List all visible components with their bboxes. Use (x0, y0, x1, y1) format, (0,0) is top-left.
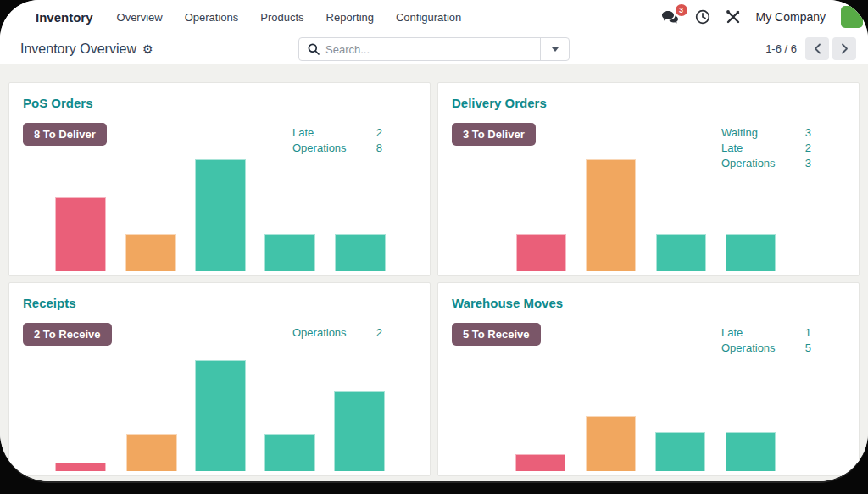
stat-label: Late (721, 141, 743, 156)
card-stats: Late1Operations5 (721, 325, 811, 356)
gear-icon[interactable]: ⚙ (142, 43, 153, 55)
stat-value: 3 (805, 125, 811, 141)
chart-bar-teal (264, 434, 315, 471)
user-avatar[interactable] (841, 6, 863, 28)
card-pos-orders[interactable]: PoS Orders 8 To Deliver Late2Operations8 (8, 82, 431, 276)
breadcrumb: Inventory Overview ⚙ (20, 42, 153, 57)
stat-late[interactable]: Late2 (721, 141, 811, 156)
systray: 3 (661, 6, 860, 28)
stat-value: 8 (376, 141, 382, 156)
search-bar (298, 37, 570, 61)
app-switcher-inventory[interactable]: Inventory (36, 10, 93, 25)
stat-label: Operations (292, 325, 347, 341)
clock-icon (695, 9, 710, 25)
stat-value: 2 (376, 325, 382, 341)
bar-chart (438, 83, 859, 271)
stat-label: Late (721, 325, 743, 341)
nav-item-configuration[interactable]: Configuration (396, 11, 461, 24)
nav-item-reporting[interactable]: Reporting (326, 11, 374, 24)
stat-late[interactable]: Late1 (721, 325, 811, 341)
card-title[interactable]: Warehouse Moves (452, 296, 845, 310)
stat-value: 2 (376, 125, 382, 141)
nav-item-operations[interactable]: Operations (185, 11, 239, 24)
prev-page-button[interactable] (805, 37, 829, 60)
card-stats: Late2Operations8 (292, 125, 382, 156)
stat-operations[interactable]: Operations2 (292, 325, 382, 341)
chart-bar-pink (515, 454, 565, 471)
chart-bar-pink (55, 197, 106, 271)
pager: 1-6 / 6 (765, 37, 856, 60)
chart-bar-orange (586, 416, 636, 471)
messages-count-badge: 3 (676, 4, 687, 16)
chart-bar-orange (126, 434, 177, 471)
tools-icon (726, 9, 741, 25)
card-title[interactable]: PoS Orders (23, 96, 416, 110)
stat-value: 1 (805, 325, 811, 341)
stat-label: Operations (292, 141, 347, 156)
tools-button[interactable] (726, 9, 741, 25)
stat-value: 2 (805, 141, 811, 156)
page-title: Inventory Overview (20, 42, 136, 57)
stat-label: Waiting (721, 125, 758, 141)
search-input[interactable] (326, 43, 540, 56)
top-navbar: Inventory OverviewOperationsProductsRepo… (0, 0, 868, 34)
app-window: Inventory OverviewOperationsProductsRepo… (0, 0, 868, 481)
control-panel: Inventory Overview ⚙ 1-6 / 6 (0, 34, 868, 64)
card-warehouse-moves[interactable]: Warehouse Moves 5 To Receive Late1Operat… (437, 282, 860, 476)
nav-item-overview[interactable]: Overview (117, 11, 163, 24)
stat-operations[interactable]: Operations3 (721, 156, 811, 171)
chart-bar-orange (586, 159, 636, 271)
next-page-button[interactable] (832, 37, 856, 60)
stat-late[interactable]: Late2 (292, 125, 382, 141)
bar-chart (9, 283, 430, 471)
company-selector[interactable]: My Company (756, 10, 826, 24)
chevron-right-icon (841, 43, 849, 54)
chart-bar-teal (726, 234, 776, 271)
stat-value: 3 (805, 156, 811, 171)
chart-bar-teal (195, 159, 246, 271)
to-deliver-badge-button[interactable]: 3 To Deliver (452, 123, 536, 146)
chevron-left-icon (814, 43, 821, 54)
card-stats: Waiting3Late2Operations3 (721, 125, 811, 171)
chart-bar-teal (656, 234, 706, 271)
chart-bar-teal (264, 234, 315, 271)
search-options-toggle[interactable] (540, 38, 569, 60)
card-title[interactable]: Delivery Orders (452, 96, 845, 110)
messages-button[interactable]: 3 (661, 10, 680, 25)
chart-bar-pink (516, 234, 566, 271)
nav-item-products[interactable]: Products (260, 11, 303, 24)
chart-bar-teal (195, 360, 246, 471)
stat-operations[interactable]: Operations5 (721, 341, 811, 356)
stat-operations[interactable]: Operations8 (292, 141, 382, 156)
to-deliver-badge-button[interactable]: 8 To Deliver (23, 123, 107, 146)
chart-bar-pink (55, 463, 106, 471)
search-icon (308, 43, 320, 55)
to-receive-badge-button[interactable]: 2 To Receive (23, 323, 112, 346)
chart-bar-teal (655, 432, 705, 471)
chart-bar-teal (726, 432, 776, 471)
chart-bar-orange (125, 234, 176, 271)
card-delivery-orders[interactable]: Delivery Orders 3 To Deliver Waiting3Lat… (437, 82, 860, 276)
chart-bar-teal (334, 391, 385, 471)
chart-bar-teal (335, 234, 386, 271)
card-title[interactable]: Receipts (23, 296, 416, 310)
chevron-down-icon (552, 47, 559, 52)
stat-value: 5 (805, 341, 811, 356)
activities-button[interactable] (695, 9, 710, 25)
bar-chart (438, 283, 859, 471)
stat-label: Operations (721, 341, 776, 356)
stat-waiting[interactable]: Waiting3 (721, 125, 811, 141)
pager-range: 1-6 / 6 (765, 42, 797, 55)
bar-chart (9, 83, 430, 271)
dashboard: PoS Orders 8 To Deliver Late2Operations8… (0, 64, 868, 481)
stat-label: Late (292, 125, 314, 141)
card-receipts[interactable]: Receipts 2 To Receive Operations2 (8, 282, 431, 476)
card-stats: Operations2 (292, 325, 382, 341)
main-menu: OverviewOperationsProductsReportingConfi… (117, 11, 462, 24)
stat-label: Operations (721, 156, 776, 171)
to-receive-badge-button[interactable]: 5 To Receive (452, 323, 541, 346)
